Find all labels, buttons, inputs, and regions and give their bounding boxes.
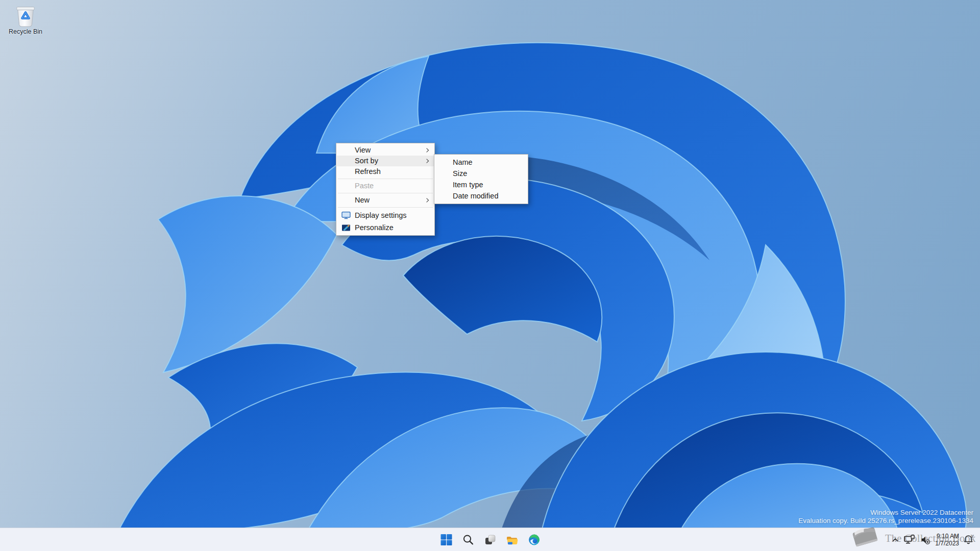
submenu-item-size[interactable]: Size	[435, 168, 527, 179]
menu-item-refresh[interactable]: Refresh	[337, 166, 434, 177]
edge-icon	[528, 534, 540, 546]
menu-separator	[338, 179, 433, 179]
file-explorer-icon	[506, 534, 519, 546]
menu-item-paste[interactable]: Paste	[337, 181, 434, 191]
display-settings-icon	[341, 212, 351, 219]
personalize-icon	[341, 224, 351, 232]
file-explorer-button[interactable]	[502, 530, 522, 550]
menu-item-display-settings[interactable]: Display settings	[337, 209, 434, 221]
collection-book-watermark: The Collection Book	[885, 533, 976, 544]
taskbar: 9:10 AM 1/7/2023 z z	[0, 528, 980, 551]
menu-item-view[interactable]: View	[337, 145, 434, 156]
taskbar-center-group	[435, 528, 545, 551]
search-icon	[462, 534, 474, 545]
submenu-arrow-icon	[425, 159, 429, 163]
sort-by-submenu: Name Size Item type Date modified	[434, 154, 528, 204]
menu-item-personalize[interactable]: Personalize	[337, 221, 434, 234]
wallpaper-bloom	[0, 0, 980, 551]
menu-separator	[338, 193, 433, 193]
menu-item-new[interactable]: New	[337, 195, 434, 206]
desktop-icon-label: Recycle Bin	[9, 29, 42, 35]
start-button[interactable]	[436, 530, 456, 550]
search-button[interactable]	[458, 530, 478, 550]
evaluation-watermark-line1: Windows Server 2022 Datacenter	[798, 509, 973, 517]
menu-separator	[338, 207, 433, 208]
submenu-item-date-modified[interactable]: Date modified	[435, 190, 527, 202]
submenu-item-name[interactable]: Name	[435, 157, 527, 168]
evaluation-watermark-line2: Evaluation copy. Build 25276.rs_prerelea…	[798, 517, 973, 525]
desktop-screen: Recycle Bin Windows Server 2022 Datacent…	[0, 0, 980, 551]
submenu-item-item-type[interactable]: Item type	[435, 179, 527, 190]
submenu-arrow-icon	[425, 198, 429, 202]
desktop-icon-recycle-bin[interactable]: Recycle Bin	[5, 4, 46, 35]
book-icon	[847, 519, 883, 551]
recycle-bin-icon	[14, 4, 37, 28]
menu-item-sort-by[interactable]: Sort by	[337, 156, 434, 166]
context-menu: View Sort by Refresh Paste New Display s…	[336, 143, 435, 236]
start-icon	[440, 534, 452, 546]
evaluation-watermark: Windows Server 2022 Datacenter Evaluatio…	[798, 509, 973, 524]
task-view-button[interactable]	[480, 530, 500, 550]
task-view-icon	[484, 534, 496, 546]
edge-button[interactable]	[524, 530, 544, 550]
submenu-arrow-icon	[425, 148, 429, 152]
